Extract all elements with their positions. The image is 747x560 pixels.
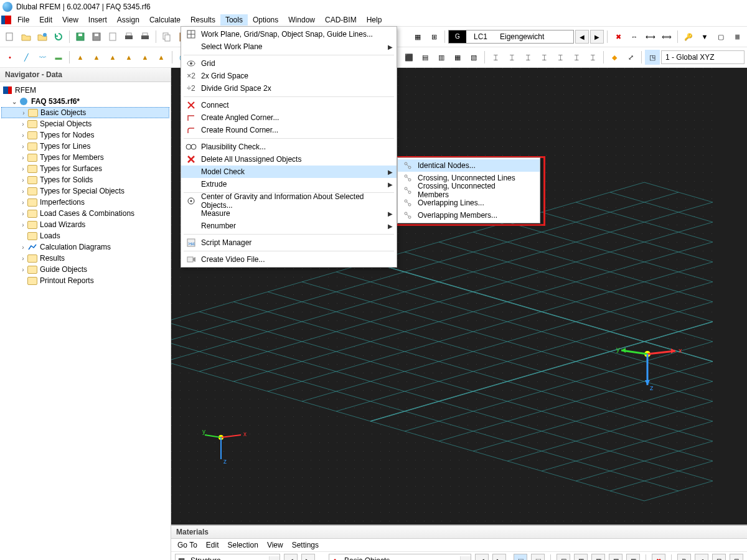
expand-icon[interactable] [19, 276, 27, 285]
menu-tools[interactable]: Tools [220, 14, 248, 26]
color-icon[interactable]: ◆ [607, 50, 622, 65]
misc4-icon[interactable]: ⊞ [730, 554, 743, 560]
tree-item-special-objects[interactable]: ›Special Objects [1, 118, 169, 129]
misc3-icon[interactable]: ⊡ [712, 554, 726, 560]
menu-item-measure[interactable]: Measure▶ [181, 207, 397, 220]
expand-icon[interactable]: › [19, 198, 27, 207]
submenu-item-overlapping-lines[interactable]: Overlapping Lines... [398, 197, 540, 209]
tree-item-load-wizards[interactable]: ›Load Wizards [1, 219, 169, 230]
expand-icon[interactable]: › [19, 153, 27, 162]
view2-icon[interactable]: ⬛ [402, 50, 416, 65]
collapse-icon[interactable]: ⌄ [10, 97, 19, 106]
key-icon[interactable]: 🔑 [681, 29, 696, 44]
scale-icon[interactable]: ⤢ [623, 50, 638, 65]
section5-icon[interactable]: ⌶ [553, 50, 568, 65]
grid-btn4-icon[interactable]: ▧ [609, 554, 622, 560]
view5-icon[interactable]: ▦ [450, 50, 465, 65]
combo-prev-icon[interactable]: ◀ [284, 554, 298, 560]
combo2-prev-icon[interactable]: ◀ [475, 554, 489, 560]
tree-item-types-for-nodes[interactable]: ›Types for Nodes [1, 129, 169, 141]
menu-item-center-of-gravity-and-information-about-selected-objects[interactable]: Center of Gravity and Information About … [181, 195, 397, 207]
section6-icon[interactable]: ⌶ [569, 50, 584, 65]
tree-item-types-for-solids[interactable]: ›Types for Solids [1, 174, 169, 185]
menu-item-create-video-file[interactable]: Create Video File... [181, 253, 397, 266]
expand-icon[interactable]: › [19, 131, 27, 139]
load-case-selector[interactable]: G LC1 Eigengewicht [448, 30, 574, 44]
dimension2-icon[interactable]: ⟷ [643, 29, 658, 44]
print2-icon[interactable] [138, 29, 153, 44]
member-icon[interactable]: ▬ [51, 50, 66, 65]
expand-icon[interactable] [19, 231, 27, 240]
tree-item-results[interactable]: ›Results [1, 253, 169, 264]
section7-icon[interactable]: ⌶ [585, 50, 600, 65]
curve-icon[interactable]: 〰 [35, 50, 50, 65]
tree-item-imperfections[interactable]: ›Imperfections [1, 197, 169, 208]
open-folder-icon[interactable] [19, 29, 34, 44]
menu-file[interactable]: File [12, 14, 34, 26]
submenu-item-identical-nodes[interactable]: Identical Nodes... [398, 159, 540, 172]
expand-icon[interactable]: › [19, 175, 27, 184]
menu-options[interactable]: Options [248, 14, 283, 26]
support1-icon[interactable]: ▲ [73, 50, 88, 65]
tree-item-guide-objects[interactable]: ›Guide Objects [1, 264, 169, 275]
basic-objects-combo[interactable]: • Basic Objects ⌄ [329, 554, 471, 560]
menu-item-extrude[interactable]: Extrude▶ [181, 178, 397, 190]
expand-icon[interactable]: › [19, 164, 27, 173]
filter-icon[interactable]: ▼ [697, 29, 712, 44]
materials-menu-settings[interactable]: Settings [292, 541, 319, 549]
doc-icon[interactable] [105, 29, 120, 44]
expand-icon[interactable]: › [19, 220, 27, 229]
snap-icon[interactable]: ⊞ [426, 29, 441, 44]
support6-icon[interactable]: ▲ [154, 50, 169, 65]
menu-item-renumber[interactable]: Renumber▶ [181, 220, 397, 232]
delete-red-icon[interactable]: ✖ [611, 29, 626, 44]
menu-view[interactable]: View [57, 14, 83, 26]
menu-item-divide-grid-space-2x[interactable]: ÷2Divide Grid Space 2x [181, 82, 397, 95]
expand-icon[interactable]: › [19, 265, 27, 274]
support3-icon[interactable]: ▲ [105, 50, 120, 65]
menu-item-2x-grid-space[interactable]: ×22x Grid Space [181, 70, 397, 82]
menu-item-create-angled-corner[interactable]: Create Angled Corner... [181, 111, 397, 124]
tree-item-types-for-surfaces[interactable]: ›Types for Surfaces [1, 163, 169, 174]
cs-plane-icon[interactable]: ◳ [645, 50, 660, 65]
view6-icon[interactable]: ▧ [466, 50, 481, 65]
view4-icon[interactable]: ▥ [434, 50, 449, 65]
menu-help[interactable]: Help [362, 14, 387, 26]
select-mode1-icon[interactable]: ⬚ [514, 554, 527, 560]
refresh-icon[interactable] [51, 29, 66, 44]
menu-item-create-round-corner[interactable]: Create Round Corner... [181, 124, 397, 136]
cancel-icon[interactable]: ✖ [652, 554, 665, 560]
materials-menu-view[interactable]: View [267, 541, 283, 549]
view3-icon[interactable]: ▤ [418, 50, 433, 65]
menu-insert[interactable]: Insert [83, 14, 112, 26]
section3-icon[interactable]: ⌶ [520, 50, 535, 65]
grid-toggle-icon[interactable]: ▦ [410, 29, 425, 44]
grid-btn2-icon[interactable]: ▥ [574, 554, 588, 560]
misc2-icon[interactable]: ⤢ [695, 554, 708, 560]
tree-file[interactable]: ⌄ FAQ 5345.rf6* [1, 96, 169, 107]
materials-menu-selection[interactable]: Selection [228, 541, 258, 549]
lc-next-icon[interactable]: ▶ [590, 30, 604, 44]
support2-icon[interactable]: ▲ [89, 50, 104, 65]
expand-icon[interactable]: › [19, 142, 27, 151]
new-file-icon[interactable] [2, 29, 17, 44]
menu-edit[interactable]: Edit [34, 14, 57, 26]
node-icon[interactable]: • [2, 50, 17, 65]
grid-btn3-icon[interactable]: ▦ [591, 554, 605, 560]
tree-item-basic-objects[interactable]: ›Basic Objects [1, 107, 169, 118]
save-icon[interactable] [73, 29, 88, 44]
copy-icon[interactable] [159, 29, 174, 44]
menu-assign[interactable]: Assign [112, 14, 144, 26]
grid-btn1-icon[interactable]: ▤ [557, 554, 570, 560]
save-as-icon[interactable] [89, 29, 104, 44]
menu-item-script-manager[interactable]: >scScript Manager [181, 236, 397, 249]
line-icon[interactable]: ╱ [19, 50, 34, 65]
layers-icon[interactable]: ≣ [730, 29, 745, 44]
submenu-item-crossing-unconnected-members[interactable]: Crossing, Unconnected Members [398, 184, 540, 197]
combo2-next-icon[interactable]: ▶ [492, 554, 506, 560]
chevron-down-icon[interactable]: ⌄ [460, 556, 471, 560]
menu-item-grid[interactable]: Grid [181, 57, 397, 70]
tree-item-printout-reports[interactable]: Printout Reports [1, 275, 169, 286]
global-cs-combo[interactable]: 1 - Global XYZ [661, 50, 745, 64]
support4-icon[interactable]: ▲ [121, 50, 136, 65]
